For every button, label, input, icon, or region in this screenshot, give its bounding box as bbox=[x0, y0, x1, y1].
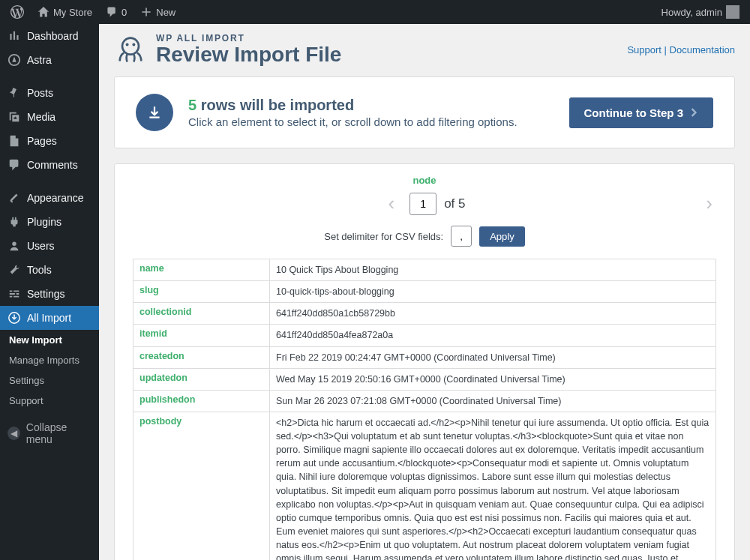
page-title: Review Import File bbox=[156, 43, 341, 65]
continue-button[interactable]: Continue to Step 3 bbox=[569, 97, 714, 128]
wordpress-icon bbox=[10, 5, 24, 19]
menu-settings[interactable]: Settings bbox=[0, 282, 99, 306]
node-label: node bbox=[133, 175, 716, 186]
field-key[interactable]: slug bbox=[134, 281, 270, 303]
delimiter-input[interactable] bbox=[451, 226, 472, 247]
prev-record-button[interactable]: ‹ bbox=[383, 192, 399, 215]
plug-icon bbox=[8, 215, 21, 229]
page-icon bbox=[8, 134, 21, 148]
user-icon bbox=[8, 239, 21, 253]
submenu-support[interactable]: Support bbox=[0, 391, 99, 411]
comments-icon bbox=[8, 158, 21, 172]
field-key[interactable]: collectionid bbox=[134, 303, 270, 325]
documentation-link[interactable]: Documentation bbox=[670, 44, 735, 55]
menu-posts[interactable]: Posts bbox=[0, 81, 99, 105]
comment-icon bbox=[106, 6, 118, 18]
table-row: postbody<h2>Dicta hic harum et occaecati… bbox=[134, 412, 716, 560]
menu-tools[interactable]: Tools bbox=[0, 258, 99, 282]
rows-import-line: 5 rows will be imported bbox=[188, 97, 518, 114]
home-icon bbox=[38, 6, 50, 18]
menu-comments[interactable]: Comments bbox=[0, 153, 99, 177]
svg-point-1 bbox=[12, 242, 16, 246]
submenu-manage-imports[interactable]: Manage Imports bbox=[0, 350, 99, 370]
apply-button[interactable]: Apply bbox=[479, 226, 525, 247]
brand-label: WP ALL IMPORT bbox=[156, 33, 341, 43]
field-value[interactable]: 641ff240dd850a4fea872a0a bbox=[270, 325, 716, 346]
admin-sidebar: Dashboard Astra Posts Media Pages Commen… bbox=[0, 24, 99, 560]
account-link[interactable]: Howdy, admin bbox=[657, 0, 744, 24]
menu-media[interactable]: Media bbox=[0, 105, 99, 129]
new-content-link[interactable]: New bbox=[136, 0, 180, 24]
svg-point-5 bbox=[132, 43, 135, 46]
field-value[interactable]: <h2>Dicta hic harum et occaecati ad.</h2… bbox=[270, 412, 716, 560]
record-total: of 5 bbox=[444, 196, 465, 211]
svg-point-4 bbox=[126, 43, 129, 46]
field-key[interactable]: updatedon bbox=[134, 368, 270, 390]
record-table: name10 Quick Tips About Bloggingslug10-q… bbox=[133, 259, 716, 560]
field-key[interactable]: name bbox=[134, 259, 270, 281]
field-value[interactable]: Wed May 15 2019 20:50:16 GMT+0000 (Coord… bbox=[270, 368, 716, 390]
table-row: createdonFri Feb 22 2019 00:24:47 GMT+00… bbox=[134, 346, 716, 368]
comments-link[interactable]: 0 bbox=[101, 0, 131, 24]
preview-panel: node ‹ of 5 › Set delimiter for CSV fiel… bbox=[114, 163, 735, 560]
collapse-menu[interactable]: ◀ Collapse menu bbox=[0, 415, 99, 451]
submenu-settings[interactable]: Settings bbox=[0, 370, 99, 391]
site-home-link[interactable]: My Store bbox=[33, 0, 97, 24]
support-link[interactable]: Support bbox=[627, 44, 662, 55]
menu-pages[interactable]: Pages bbox=[0, 129, 99, 153]
table-row: updatedonWed May 15 2019 20:50:16 GMT+00… bbox=[134, 368, 716, 390]
field-value[interactable]: Sun Mar 26 2023 07:21:08 GMT+0000 (Coord… bbox=[270, 390, 716, 412]
sliders-icon bbox=[8, 287, 21, 301]
brush-icon bbox=[8, 191, 21, 205]
import-icon bbox=[8, 311, 21, 325]
record-number-input[interactable] bbox=[410, 193, 436, 215]
submenu-new-import[interactable]: New Import bbox=[0, 330, 99, 350]
delimiter-label: Set delimiter for CSV fields: bbox=[324, 231, 443, 242]
chevron-right-icon bbox=[689, 108, 698, 117]
menu-dashboard[interactable]: Dashboard bbox=[0, 24, 99, 48]
next-record-button[interactable]: › bbox=[701, 192, 717, 215]
field-key[interactable]: itemid bbox=[134, 325, 270, 346]
astra-icon bbox=[8, 53, 21, 67]
menu-plugins[interactable]: Plugins bbox=[0, 210, 99, 234]
table-row: collectionid641ff240dd850a1cb58729bb bbox=[134, 303, 716, 325]
svg-point-3 bbox=[122, 38, 139, 55]
admin-bar: My Store 0 New Howdy, admin bbox=[0, 0, 750, 24]
table-row: name10 Quick Tips About Blogging bbox=[134, 259, 716, 281]
field-key[interactable]: postbody bbox=[134, 412, 270, 560]
wrench-icon bbox=[8, 263, 21, 277]
pin-icon bbox=[8, 86, 21, 100]
download-icon bbox=[136, 94, 173, 131]
field-value[interactable]: 641ff240dd850a1cb58729bb bbox=[270, 303, 716, 325]
field-value[interactable]: 10-quick-tips-about-blogging bbox=[270, 281, 716, 303]
wpai-logo-icon bbox=[114, 33, 147, 66]
field-key[interactable]: publishedon bbox=[134, 390, 270, 412]
site-name: My Store bbox=[53, 7, 92, 18]
comment-count: 0 bbox=[122, 7, 127, 18]
table-row: slug10-quick-tips-about-blogging bbox=[134, 281, 716, 303]
row-count: 5 bbox=[188, 97, 196, 113]
menu-all-import[interactable]: All Import bbox=[0, 306, 99, 330]
field-value[interactable]: 10 Quick Tips About Blogging bbox=[270, 259, 716, 281]
page-header: WP ALL IMPORT Review Import File Support… bbox=[114, 33, 735, 66]
menu-users[interactable]: Users bbox=[0, 234, 99, 258]
greeting: Howdy, admin bbox=[662, 7, 722, 18]
media-icon bbox=[8, 110, 21, 124]
new-label: New bbox=[156, 7, 176, 18]
import-banner: 5 rows will be imported Click an element… bbox=[114, 76, 735, 148]
wp-logo[interactable] bbox=[6, 0, 28, 24]
table-row: publishedonSun Mar 26 2023 07:21:08 GMT+… bbox=[134, 390, 716, 412]
dashboard-icon bbox=[8, 29, 21, 43]
field-key[interactable]: createdon bbox=[134, 346, 270, 368]
collapse-icon: ◀ bbox=[8, 427, 20, 440]
avatar bbox=[726, 5, 740, 19]
table-row: itemid641ff240dd850a4fea872a0a bbox=[134, 325, 716, 346]
field-value[interactable]: Fri Feb 22 2019 00:24:47 GMT+0000 (Coord… bbox=[270, 346, 716, 368]
plus-icon bbox=[140, 6, 152, 18]
menu-appearance[interactable]: Appearance bbox=[0, 186, 99, 210]
menu-astra[interactable]: Astra bbox=[0, 48, 99, 72]
instruction-line: Click an element to select it, or scroll… bbox=[188, 115, 518, 128]
